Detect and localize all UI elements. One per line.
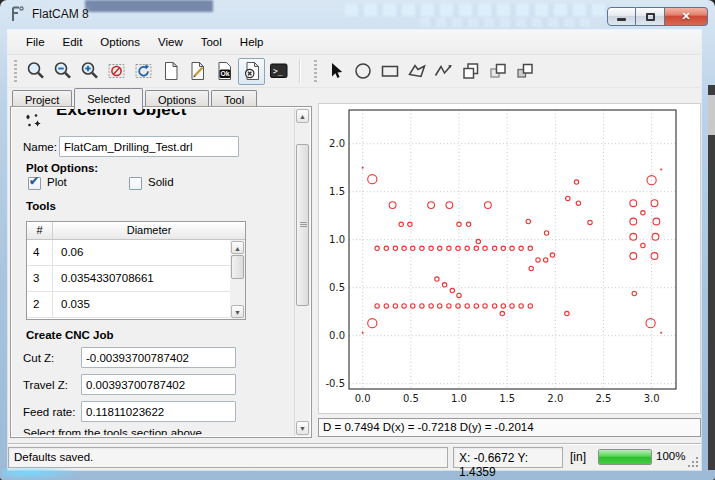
drill-hole-marker <box>646 319 655 328</box>
svg-text:0.0: 0.0 <box>355 393 371 404</box>
tool-number-cell[interactable]: 2 <box>27 292 53 317</box>
drill-hole-marker <box>375 246 379 250</box>
menu-help[interactable]: Help <box>231 32 273 52</box>
tool-diameter-cell[interactable]: 0.06 <box>53 240 230 265</box>
svg-text:1.0: 1.0 <box>329 234 345 245</box>
tool-number-header[interactable]: # <box>27 222 53 239</box>
toolbar-drag-handle[interactable] <box>14 60 17 82</box>
scroll-down-arrow-icon[interactable]: ▼ <box>231 305 244 318</box>
client-area: File Edit Options View Tool Help <box>8 30 701 470</box>
tools-heading: Tools <box>26 200 56 212</box>
menu-tool[interactable]: Tool <box>192 32 231 52</box>
ok-document-icon: Ok <box>214 60 236 82</box>
table-row[interactable]: 3 0.0354330708661 <box>27 266 230 292</box>
table-row[interactable]: 4 0.06 <box>27 240 230 266</box>
status-bar: Defaults saved. X: -0.6672 Y: 1.4359 [in… <box>8 443 701 470</box>
background-window-bleed <box>85 0 213 12</box>
zoom-in-button[interactable] <box>76 58 103 85</box>
drill-hole-marker <box>420 246 424 250</box>
zoom-fit-button[interactable] <box>22 58 49 85</box>
menu-file[interactable]: File <box>17 32 54 52</box>
drill-hole-marker <box>630 200 637 207</box>
feed-rate-input[interactable] <box>81 401 236 422</box>
plot-checkbox-label[interactable]: Plot <box>47 176 67 188</box>
replot-icon <box>133 60 155 82</box>
replot-button[interactable] <box>130 58 157 85</box>
drill-hole-marker <box>641 243 645 247</box>
tools-table-body: 4 0.06 3 0.0354330708661 2 0.035 <box>27 240 230 319</box>
plot-canvas[interactable]: 0.00.51.01.52.02.53.0-0.50.00.51.01.52.0 <box>318 103 701 414</box>
solid-checkbox[interactable] <box>129 177 142 190</box>
object-name-input[interactable] <box>59 136 239 157</box>
resize-grip[interactable] <box>687 456 699 468</box>
drill-hole-marker <box>465 246 469 250</box>
scroll-up-arrow-icon[interactable]: ▲ <box>296 109 309 123</box>
close-button[interactable]: ✕ <box>665 7 708 26</box>
tool-diameter-header[interactable]: Diameter <box>53 222 245 239</box>
move-geometry-button[interactable] <box>511 58 538 85</box>
cut-z-input[interactable] <box>81 347 236 368</box>
tool-diameter-cell[interactable]: 0.0354330708661 <box>53 266 230 291</box>
table-row[interactable]: 2 0.035 <box>27 292 230 318</box>
panel-scrollbar[interactable]: ▲ ▼ <box>294 108 310 436</box>
progress-percent: 100% <box>656 450 685 462</box>
edit-document-button[interactable] <box>184 58 211 85</box>
progress-bar-fill <box>599 450 651 464</box>
solid-checkbox-label[interactable]: Solid <box>148 176 174 188</box>
drill-hole-marker <box>651 200 658 207</box>
menu-edit[interactable]: Edit <box>54 32 92 52</box>
tab-selected[interactable]: Selected <box>74 88 143 109</box>
copy-geometry-button[interactable] <box>484 58 511 85</box>
draw-polygon-icon <box>406 60 428 82</box>
desktop-background: FlatCAM 8 ✕ File Edit Options View Tool … <box>0 0 715 480</box>
drill-hole-marker <box>510 304 514 308</box>
tool-diameter-cell[interactable]: 0.035 <box>53 292 230 317</box>
draw-rectangle-icon <box>379 60 401 82</box>
select-pointer-button[interactable] <box>322 58 349 85</box>
drill-hole-marker <box>476 239 480 243</box>
menu-view[interactable]: View <box>149 32 192 52</box>
draw-polyline-button[interactable] <box>430 58 457 85</box>
draw-circle-button[interactable] <box>349 58 376 85</box>
menubar: File Edit Options View Tool Help <box>8 30 701 55</box>
command-line-button[interactable]: >_ <box>265 58 292 85</box>
table-scrollbar-thumb[interactable] <box>231 255 244 279</box>
command-line-icon: >_ <box>268 60 290 82</box>
table-scrollbar[interactable]: ▲ ▼ <box>230 240 245 319</box>
drill-hole-marker <box>660 169 662 171</box>
window-border-glow <box>2 466 82 480</box>
ok-document-button[interactable]: Ok <box>211 58 238 85</box>
toolbar: Ok >_ <box>8 55 701 88</box>
tools-table-header: # Diameter <box>27 222 245 240</box>
toolbar-drag-handle[interactable] <box>314 60 317 82</box>
maximize-button[interactable] <box>636 7 665 26</box>
menu-options[interactable]: Options <box>91 32 149 52</box>
drill-hole-marker <box>651 253 658 260</box>
plot-checkbox[interactable]: ✔ <box>28 177 41 190</box>
titlebar[interactable]: FlatCAM 8 ✕ <box>0 0 715 30</box>
cursor-coordinates: X: -0.6672 Y: 1.4359 <box>453 447 563 468</box>
drill-hole-marker <box>402 304 406 308</box>
draw-rectangle-button[interactable] <box>376 58 403 85</box>
panel-scrollbar-thumb[interactable] <box>296 144 309 306</box>
scroll-down-arrow-icon[interactable]: ▼ <box>296 421 309 435</box>
move-geometry-icon <box>514 60 536 82</box>
drill-hole-marker <box>492 304 496 308</box>
clear-plot-button[interactable] <box>103 58 130 85</box>
maximize-icon <box>646 13 655 21</box>
zoom-out-button[interactable] <box>49 58 76 85</box>
tool-number-cell[interactable]: 4 <box>27 240 53 265</box>
travel-z-input[interactable] <box>81 374 236 395</box>
copy-objects-button[interactable] <box>457 58 484 85</box>
tools-hint-text: Select from the tools section above <box>23 427 202 435</box>
drill-hole-marker <box>442 283 446 287</box>
drill-hole-marker <box>483 304 487 308</box>
toolbar-separator <box>299 59 301 83</box>
new-document-button[interactable] <box>157 58 184 85</box>
scroll-up-arrow-icon[interactable]: ▲ <box>231 241 244 254</box>
minimize-button[interactable] <box>607 7 636 26</box>
drill-hole-marker <box>447 304 451 308</box>
tool-number-cell[interactable]: 3 <box>27 266 53 291</box>
draw-polygon-button[interactable] <box>403 58 430 85</box>
cancel-document-button[interactable] <box>238 58 265 85</box>
